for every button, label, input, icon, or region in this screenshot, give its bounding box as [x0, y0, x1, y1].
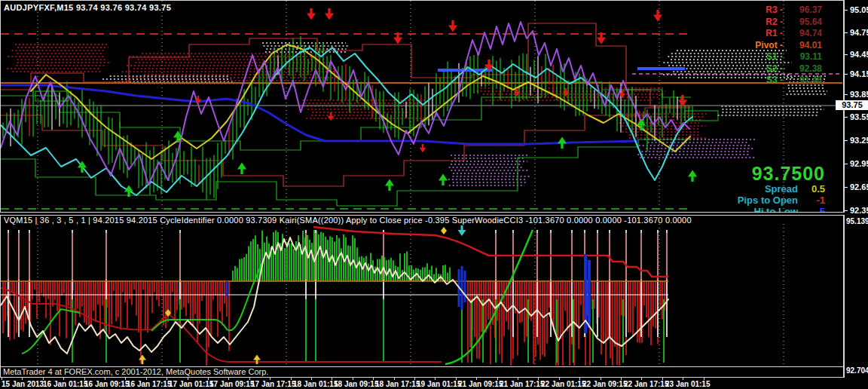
price-tick-label: 94.75	[850, 28, 868, 37]
time-axis-tick	[291, 378, 292, 380]
pivot-value: 94.74	[789, 28, 822, 38]
pivot-label: R3 -	[766, 5, 783, 15]
pivot-value: 96.37	[789, 5, 822, 15]
time-axis-label: 16 Jan 09:15	[84, 380, 130, 388]
pivot-label: R2 -	[766, 17, 783, 27]
price-tick-mark	[845, 140, 848, 141]
current-price-label: 93.7500	[738, 164, 825, 183]
pivot-row: R1 -94.74	[755, 28, 822, 40]
time-axis-tick	[373, 378, 374, 380]
time-axis-tick	[621, 378, 622, 380]
pivot-value: 93.11	[789, 51, 822, 62]
current-price-box: 93.75	[836, 100, 868, 110]
quote-label: Hi to Low	[754, 206, 799, 213]
time-axis-tick	[2, 378, 2, 380]
status-bar: MetaTrader 4 at FOREX.com, c 2001-2012, …	[1, 366, 843, 377]
time-axis-label: 16 Jan 17:15	[127, 380, 172, 388]
indicator-scale-bottom: 92.7049	[846, 366, 868, 375]
time-axis-tick	[43, 378, 44, 380]
price-tick-mark	[845, 32, 848, 33]
main-chart-canvas[interactable]	[1, 1, 843, 212]
time-axis-tick	[270, 378, 270, 380]
pivot-value: 91.48	[789, 75, 822, 85]
quote-panel: 93.7500 Spread0.5Pips to Open-1Hi to Low…	[738, 164, 825, 213]
time-axis-tick	[22, 378, 23, 380]
time-axis-tick	[559, 378, 560, 380]
price-tick-label: 92.65	[850, 182, 868, 191]
price-tick-mark	[845, 10, 848, 11]
price-tick-label: 93.85	[850, 90, 868, 99]
time-axis-label: 15 Jan 2013	[2, 380, 44, 388]
quote-label: Spread	[765, 183, 798, 194]
histogram-layer	[3, 230, 667, 366]
indicator-axis[interactable]: 95.1397 92.7049	[844, 215, 868, 378]
quote-value: 5	[798, 206, 825, 213]
time-axis-label: 23 Jan 01:15	[665, 380, 711, 388]
time-axis-tick	[353, 378, 353, 380]
mt4-window: AUDJPYFXF,M15 93.74 93.76 93.74 93.75 R3…	[0, 0, 868, 389]
time-axis-tick	[208, 378, 209, 380]
time-axis-tick	[641, 378, 642, 380]
time-axis-tick	[146, 378, 147, 380]
time-axis-tick	[414, 378, 415, 380]
time-axis-tick	[456, 378, 457, 380]
pivot-row: S3 -91.48	[755, 75, 822, 87]
quote-row: Pips to Open-1	[738, 194, 825, 206]
pivot-label: S3 -	[766, 75, 783, 85]
time-axis-tick	[311, 378, 312, 380]
pivot-row: R2 -95.64	[755, 17, 822, 29]
pivot-value: 94.01	[789, 40, 822, 51]
price-tick-label: 94.45	[850, 50, 868, 59]
time-axis-tick	[435, 378, 436, 380]
price-tick-label: 93.25	[850, 136, 868, 145]
indicator-header: VQM15 | 36 , 3 , 5 , 1 | 94.2015 94.2015…	[4, 216, 692, 225]
time-axis-tick	[394, 378, 395, 380]
price-tick-mark	[845, 164, 848, 164]
indicator-canvas[interactable]	[1, 224, 843, 366]
time-axis-label: 18 Jan 09:15	[334, 380, 379, 388]
quote-row: Spread0.5	[738, 183, 825, 194]
time-axis-label: 17 Jan 17:15	[251, 380, 296, 388]
time-axis-label: 22 Jan 01:15	[541, 380, 586, 388]
time-axis-label: 19 Jan 01:15	[417, 380, 462, 388]
time-axis-tick	[662, 378, 663, 380]
price-tick-label: 95.05	[850, 5, 868, 14]
time-axis-tick	[579, 378, 580, 380]
pivot-label: Pivot -	[755, 40, 783, 51]
time-axis-label: 22 Jan 09:15	[582, 380, 628, 388]
time-axis-label: 18 Jan 17:15	[375, 380, 420, 388]
time-axis-tick	[125, 378, 126, 380]
time-axis-tick	[497, 378, 498, 380]
pivot-label: R1 -	[766, 28, 783, 38]
quote-row: Hi to Low5	[738, 206, 825, 213]
pivot-value: 95.64	[789, 17, 822, 27]
time-axis-tick	[476, 378, 477, 380]
time-axis-tick	[704, 378, 704, 380]
price-tick-mark	[845, 117, 848, 118]
time-axis-tick	[63, 378, 64, 380]
price-tick-label: 93.55	[850, 112, 868, 121]
time-axis-label: 21 Jan 17:15	[500, 380, 545, 388]
time-axis-tick	[249, 378, 250, 380]
main-chart-window[interactable]: AUDJPYFXF,M15 93.74 93.76 93.74 93.75 R3…	[0, 0, 844, 213]
price-tick-mark	[845, 210, 848, 211]
pivot-panel: R3 -96.37R2 -95.64R1 -94.74Pivot -94.01S…	[755, 5, 822, 87]
time-axis-tick	[167, 378, 167, 380]
time-axis-tick	[683, 378, 683, 380]
price-tick-label: 94.15	[850, 69, 868, 78]
time-axis-label: 22 Jan 17:15	[624, 380, 669, 388]
price-tick-mark	[845, 74, 848, 75]
time-axis-tick	[84, 378, 85, 380]
quote-value: -1	[798, 194, 825, 206]
pivot-row: S1 -93.11	[755, 51, 822, 63]
indicator-scale-top: 95.1397	[846, 217, 868, 225]
time-axis[interactable]: 15 Jan 201316 Jan 01:1516 Jan 09:1516 Ja…	[0, 378, 868, 389]
time-axis-label: 17 Jan 01:15	[169, 380, 214, 388]
price-axis[interactable]: 93.75 95.0594.7594.4594.1593.8593.5593.2…	[844, 0, 868, 213]
pivot-label: S1 -	[766, 51, 783, 62]
indicator-window[interactable]: VQM15 | 36 , 3 , 5 , 1 | 94.2015 94.2015…	[0, 215, 844, 378]
quote-value: 0.5	[798, 183, 825, 194]
time-axis-label: 17 Jan 09:15	[209, 380, 255, 388]
time-axis-label: 21 Jan 09:15	[458, 380, 503, 388]
pivot-label: S2 -	[766, 63, 783, 74]
